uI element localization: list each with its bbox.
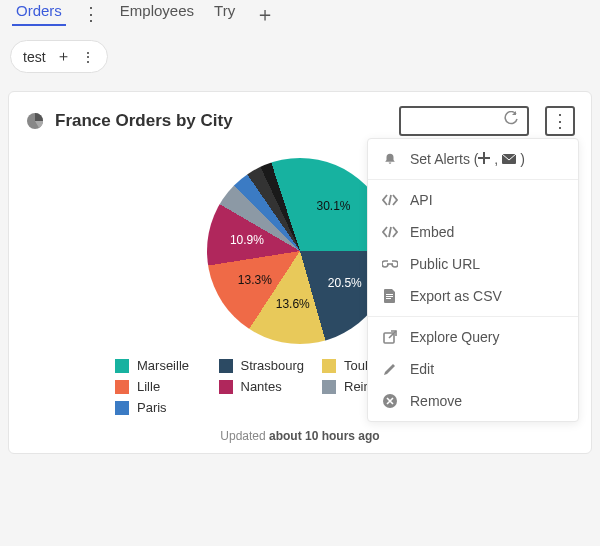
menu-separator: [368, 179, 578, 180]
svg-rect-6: [386, 296, 393, 297]
menu-embed[interactable]: Embed: [368, 216, 578, 248]
kebab-icon: ⋮: [551, 110, 569, 132]
menu-label: Export as CSV: [410, 288, 502, 304]
legend-item[interactable]: Paris: [115, 400, 205, 415]
menu-separator: [368, 316, 578, 317]
menu-api[interactable]: API: [368, 184, 578, 216]
menu-explore-query[interactable]: Explore Query: [368, 321, 578, 353]
card-menu: Set Alerts ( , ) API: [367, 138, 579, 422]
menu-export-csv[interactable]: Export as CSV: [368, 280, 578, 312]
updated-timestamp: Updated about 10 hours ago: [25, 423, 575, 445]
menu-label: Embed: [410, 224, 454, 240]
pie-slice-label: 20.5%: [328, 276, 362, 290]
tab-orders[interactable]: Orders: [16, 2, 62, 25]
filter-pill-label: test: [23, 49, 46, 65]
pie-slice-label: 13.3%: [238, 273, 272, 287]
legend-swatch: [115, 359, 129, 373]
tab-bar: Orders ⋮ Employees Try ＋: [0, 0, 600, 28]
refresh-icon: [503, 111, 519, 131]
mail-icon: [502, 151, 516, 167]
svg-rect-7: [386, 298, 391, 299]
file-icon: [382, 288, 398, 304]
refresh-dropdown[interactable]: [399, 106, 529, 136]
legend-swatch: [322, 359, 336, 373]
menu-label: Remove: [410, 393, 462, 409]
card-menu-button[interactable]: ⋮: [545, 106, 575, 136]
tab-try[interactable]: Try: [214, 2, 235, 25]
card-header: France Orders by City ⋮: [25, 106, 575, 136]
plus-icon[interactable]: ＋: [56, 47, 71, 66]
menu-edit[interactable]: Edit: [368, 353, 578, 385]
kebab-icon[interactable]: ⋮: [81, 49, 95, 65]
embed-icon: [382, 224, 398, 240]
menu-label: Explore Query: [410, 329, 499, 345]
legend-label: Lille: [137, 379, 160, 394]
menu-remove[interactable]: Remove: [368, 385, 578, 417]
legend-label: Marseille: [137, 358, 189, 373]
slack-icon: [478, 151, 490, 167]
legend-item[interactable]: Marseille: [115, 358, 205, 373]
legend-item[interactable]: Nantes: [219, 379, 309, 394]
pie-slice-label: 13.6%: [276, 297, 310, 311]
code-icon: [382, 192, 398, 208]
legend-label: Paris: [137, 400, 167, 415]
bell-icon: [382, 151, 398, 167]
pie-slice-label: 10.9%: [230, 233, 264, 247]
menu-label: API: [410, 192, 433, 208]
pencil-icon: [382, 361, 398, 377]
legend-item[interactable]: Lille: [115, 379, 205, 394]
legend-swatch: [219, 380, 233, 394]
tab-employees[interactable]: Employees: [120, 2, 194, 25]
remove-icon: [382, 393, 398, 409]
legend-swatch: [322, 380, 336, 394]
link-icon: [382, 256, 398, 272]
legend-label: Nantes: [241, 379, 282, 394]
legend-item[interactable]: Strasbourg: [219, 358, 309, 373]
pie-slice-label: 30.1%: [316, 199, 350, 213]
menu-label: Public URL: [410, 256, 480, 272]
tab-options-icon[interactable]: ⋮: [82, 5, 100, 23]
svg-rect-5: [386, 294, 393, 295]
external-link-icon: [382, 329, 398, 345]
menu-label: Edit: [410, 361, 434, 377]
card-title: France Orders by City: [55, 111, 389, 131]
menu-public-url[interactable]: Public URL: [368, 248, 578, 280]
chart-card: France Orders by City ⋮ Set Alerts (: [8, 91, 592, 454]
menu-label: Set Alerts ( , ): [410, 151, 525, 167]
filter-pill[interactable]: test ＋ ⋮: [10, 40, 108, 73]
pie-chart: 30.1%20.5%13.6%13.3%10.9%: [207, 158, 393, 344]
add-tab-button[interactable]: ＋: [255, 4, 275, 24]
legend-swatch: [219, 359, 233, 373]
legend-label: Strasbourg: [241, 358, 305, 373]
pie-chart-icon: [25, 111, 45, 131]
svg-rect-2: [478, 157, 490, 159]
menu-set-alerts[interactable]: Set Alerts ( , ): [368, 143, 578, 175]
legend-swatch: [115, 401, 129, 415]
filter-row: test ＋ ⋮: [0, 28, 600, 85]
legend-swatch: [115, 380, 129, 394]
